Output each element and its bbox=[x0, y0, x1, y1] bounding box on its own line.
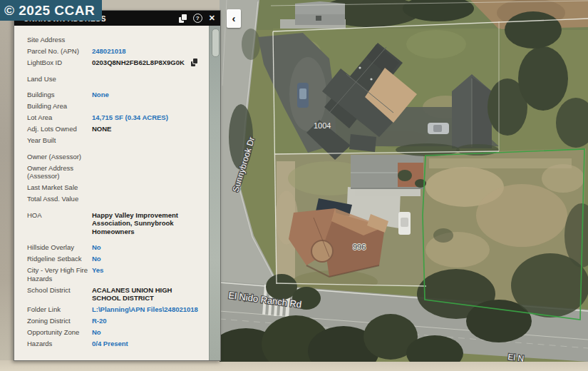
field-value bbox=[92, 36, 205, 44]
field-value bbox=[92, 75, 205, 83]
field-label: Hillside Overlay bbox=[27, 243, 92, 252]
help-icon[interactable]: ? bbox=[193, 14, 202, 23]
field-value: 14,715 SF (0.34 ACRES) bbox=[92, 113, 205, 122]
field-row-buildings: BuildingsNone bbox=[27, 91, 205, 99]
screenshot-root: Sunnybrook Dr El Nido Ranch Rd El N 1004… bbox=[0, 0, 588, 371]
field-label: Ridgeline Setback bbox=[27, 255, 92, 263]
field-value bbox=[92, 164, 205, 181]
field-row-adj-lots-owned: Adj. Lots OwnedNONE bbox=[27, 125, 205, 133]
field-label: Adj. Lots Owned bbox=[27, 125, 92, 133]
property-info-panel: UNKNOWN ADDRESS ? ✕ Site AddressParcel N… bbox=[14, 10, 221, 361]
field-row-land-use: Land Use bbox=[27, 75, 205, 83]
field-value[interactable]: L:\Planning\APN Files\248021018 bbox=[92, 305, 205, 314]
field-row-hillside-overlay: Hillside OverlayNo bbox=[27, 243, 205, 252]
field-label: Buildings bbox=[27, 91, 92, 99]
aerial-imagery: Sunnybrook Dr El Nido Ranch Rd El N 1004… bbox=[220, 0, 588, 362]
panel-collapse-button[interactable]: ‹ bbox=[227, 9, 241, 28]
field-row-zoning-district: Zoning DistrictR-20 bbox=[27, 317, 205, 325]
field-row-owner-address-assessor: Owner Address (Assessor) bbox=[27, 164, 205, 181]
field-value bbox=[92, 195, 205, 203]
field-row-last-market-sale: Last Market Sale bbox=[27, 183, 205, 192]
field-label: Folder Link bbox=[27, 305, 92, 314]
field-value bbox=[92, 102, 205, 111]
field-label: Zoning District bbox=[27, 317, 92, 325]
house-number-996: 996 bbox=[353, 243, 366, 251]
field-value: 0/4 Present bbox=[92, 340, 205, 348]
panel-scrollbar[interactable] bbox=[209, 26, 220, 360]
field-value: 0203Q8NH2FB62L8P8X9G0K bbox=[92, 59, 187, 67]
photo-edge-bottom bbox=[0, 360, 588, 371]
field-label: LightBox ID bbox=[27, 59, 92, 67]
field-label: Owner (Assessor) bbox=[27, 153, 92, 161]
field-label: Site Address bbox=[27, 36, 92, 44]
field-row-site-address: Site Address bbox=[27, 36, 205, 44]
field-value: No bbox=[92, 243, 205, 252]
field-row-hoa: HOAHappy Valley Improvement Association,… bbox=[27, 211, 205, 236]
field-label: Year Built bbox=[27, 136, 92, 145]
field-label: Opportunity Zone bbox=[27, 328, 92, 337]
panel-fields: Site AddressParcel No. (APN)248021018Lig… bbox=[14, 26, 209, 360]
field-row-total-assd-value: Total Assd. Value bbox=[27, 195, 205, 203]
field-value: Happy Valley Improvement Association, Su… bbox=[92, 211, 205, 236]
field-row-year-built: Year Built bbox=[27, 136, 205, 145]
street-label-el-nido-partial: El N bbox=[507, 352, 525, 362]
field-row-ridgeline-setback: Ridgeline SetbackNo bbox=[27, 255, 205, 263]
house-number-1004: 1004 bbox=[314, 121, 331, 130]
close-icon[interactable]: ✕ bbox=[209, 14, 215, 22]
field-label: Lot Area bbox=[27, 113, 92, 122]
field-value: Yes bbox=[92, 266, 205, 283]
field-value: R-20 bbox=[92, 317, 205, 325]
field-label: Hazards bbox=[27, 340, 92, 348]
car-white bbox=[398, 212, 411, 235]
field-row-building-area: Building Area bbox=[27, 102, 205, 111]
field-row-hazards: Hazards0/4 Present bbox=[27, 340, 205, 348]
car-silver bbox=[428, 123, 449, 134]
field-row-opportunity-zone: Opportunity ZoneNo bbox=[27, 328, 205, 337]
garage-996 bbox=[351, 155, 423, 189]
field-row-lightbox-id: LightBox ID0203Q8NH2FB62L8P8X9G0K bbox=[27, 59, 205, 67]
field-label: Parcel No. (APN) bbox=[27, 47, 92, 56]
field-label: HOA bbox=[27, 211, 92, 236]
panel-main: Site AddressParcel No. (APN)248021018Lig… bbox=[14, 26, 220, 360]
copy-icon[interactable] bbox=[179, 14, 187, 23]
photo-edge-left bbox=[0, 0, 13, 371]
field-label: Total Assd. Value bbox=[27, 195, 92, 203]
field-label: School District bbox=[27, 286, 92, 303]
field-value bbox=[92, 153, 205, 161]
field-value: 248021018 bbox=[92, 47, 205, 56]
scrollbar-thumb[interactable] bbox=[212, 29, 220, 57]
aerial-map[interactable]: Sunnybrook Dr El Nido Ranch Rd El N 1004… bbox=[220, 0, 588, 362]
field-value bbox=[92, 136, 205, 145]
car-blue bbox=[297, 83, 309, 108]
field-label: Land Use bbox=[27, 75, 92, 83]
field-row-parcel-no-apn: Parcel No. (APN)248021018 bbox=[27, 47, 205, 56]
field-label: City - Very High Fire Hazards bbox=[27, 266, 92, 283]
field-value: No bbox=[92, 255, 205, 263]
field-row-city-very-high-fire-hazards: City - Very High Fire HazardsYes bbox=[27, 266, 205, 283]
field-label: Building Area bbox=[27, 102, 92, 111]
field-label: Last Market Sale bbox=[27, 183, 92, 192]
ccar-watermark: © 2025 CCAR bbox=[0, 0, 102, 21]
field-row-owner-assessor: Owner (Assessor) bbox=[27, 153, 205, 161]
copy-value-icon[interactable] bbox=[191, 59, 197, 66]
field-row-school-district: School DistrictACALANES UNION HIGH SCHOO… bbox=[27, 286, 205, 303]
field-value: ACALANES UNION HIGH SCHOOL DISTRICT bbox=[92, 286, 205, 303]
field-value: No bbox=[92, 328, 205, 337]
field-row-lot-area: Lot Area14,715 SF (0.34 ACRES) bbox=[27, 113, 205, 122]
field-value bbox=[92, 183, 205, 192]
field-label: Owner Address (Assessor) bbox=[27, 164, 92, 181]
field-row-folder-link: Folder LinkL:\Planning\APN Files\2480210… bbox=[27, 305, 205, 314]
field-value: None bbox=[92, 91, 205, 99]
field-value: NONE bbox=[92, 125, 205, 133]
